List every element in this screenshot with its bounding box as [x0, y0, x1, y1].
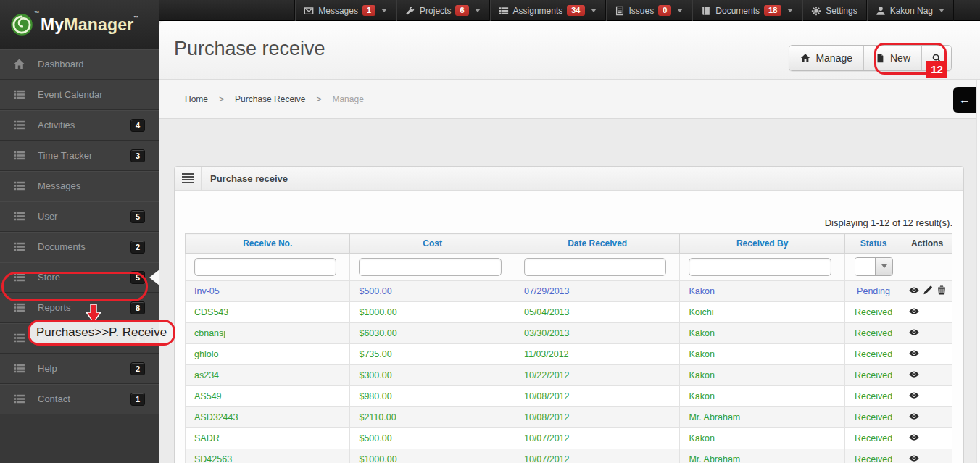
- list-icon: [13, 271, 25, 283]
- column-header-receive-no[interactable]: Receive No.: [186, 234, 350, 254]
- filter-receive-no-input[interactable]: [194, 258, 336, 276]
- filter-cell: [680, 254, 844, 281]
- manage-button[interactable]: Manage: [789, 46, 863, 70]
- sidebar-item-dashboard[interactable]: Dashboard: [0, 49, 159, 80]
- new-button[interactable]: New: [863, 46, 921, 70]
- view-button[interactable]: [908, 432, 921, 443]
- breadcrumb-current: Manage: [332, 94, 363, 104]
- panel-menu-button[interactable]: [175, 167, 202, 190]
- list-icon: [13, 119, 25, 131]
- collapse-panel-button[interactable]: ←: [953, 87, 976, 113]
- person-icon: [876, 6, 886, 16]
- purchase-receive-table: Receive No.CostDate ReceivedReceived ByS…: [185, 233, 952, 463]
- received-by-cell: Mr. Abraham: [680, 449, 844, 463]
- sidebar-item-user[interactable]: User5: [0, 201, 159, 232]
- view-button[interactable]: [908, 306, 921, 317]
- received-by-cell: Kakon: [680, 386, 844, 407]
- breadcrumb-home[interactable]: Home: [185, 94, 208, 104]
- actions-cell: [902, 281, 952, 302]
- grid-panel: Purchase receive Displaying 1-12 of 12 r…: [174, 166, 964, 463]
- edit-button[interactable]: [922, 285, 934, 296]
- cost-cell: $500.00: [350, 428, 515, 449]
- main-area: Purchase receive Displaying 1-12 of 12 r…: [159, 119, 980, 463]
- cost-cell: $735.00: [350, 344, 515, 365]
- nav-item-label: Issues: [629, 6, 655, 16]
- list-icon: [13, 88, 25, 101]
- sidebar-item-label: Messages: [38, 180, 145, 191]
- view-button[interactable]: [908, 411, 921, 422]
- home-icon: [13, 58, 25, 70]
- view-button[interactable]: [908, 327, 921, 338]
- list-icon: [13, 241, 25, 253]
- breadcrumb-purchase-receive[interactable]: Purchase Receive: [235, 94, 305, 104]
- filter-date-received-input[interactable]: [524, 258, 666, 276]
- app-logo[interactable]: ™ MyManager™: [0, 0, 159, 49]
- nav-item-settings[interactable]: Settings: [802, 0, 865, 21]
- column-header-date-received[interactable]: Date Received: [515, 234, 679, 254]
- sidebar-item-activities[interactable]: Activities4: [0, 110, 159, 141]
- sidebar-item-label: User: [38, 211, 130, 222]
- status-filter-select[interactable]: [855, 257, 893, 276]
- received-by-cell: Kakon: [680, 281, 844, 302]
- view-button[interactable]: [908, 453, 921, 463]
- view-button[interactable]: [908, 348, 921, 359]
- nav-item-label: Assignments: [513, 6, 563, 16]
- sidebar-item-documents[interactable]: Documents2: [0, 232, 159, 262]
- date-received-cell: 05/04/2013: [515, 302, 679, 323]
- column-header-received-by[interactable]: Received By: [680, 234, 844, 254]
- sidebar-item-help[interactable]: Help2: [0, 354, 159, 384]
- nav-item-label: Settings: [826, 6, 857, 16]
- new-button-label: New: [890, 52, 910, 64]
- column-header-cost[interactable]: Cost: [350, 234, 515, 254]
- filter-received-by-input[interactable]: [689, 258, 831, 276]
- date-received-cell: 10/08/2012: [515, 407, 679, 428]
- gear-icon: [811, 6, 821, 16]
- tm-mark: ™: [133, 15, 138, 20]
- sidebar-item-time-tracker[interactable]: Time Tracker3: [0, 141, 159, 171]
- filter-cost-input[interactable]: [359, 258, 501, 276]
- nav-item-issues[interactable]: Issues0: [605, 0, 692, 21]
- cost-cell: $2110.00: [350, 407, 515, 428]
- date-received-cell: 03/30/2013: [515, 323, 679, 344]
- nav-item-projects[interactable]: Projects6: [396, 0, 489, 21]
- column-header-actions: Actions: [902, 234, 952, 254]
- sidebar-item-label: Reports: [38, 302, 130, 313]
- nav-item-documents[interactable]: Documents18: [692, 0, 802, 21]
- date-received-cell: 10/22/2012: [515, 365, 679, 386]
- actions-cell: [902, 407, 952, 428]
- view-button[interactable]: [908, 285, 921, 296]
- sidebar-item-accessories[interactable]: Accessories4: [0, 323, 159, 354]
- column-header-status[interactable]: Status: [844, 234, 902, 254]
- mail-icon: [304, 6, 314, 16]
- sidebar-badge: 2: [130, 241, 145, 254]
- sidebar-item-store[interactable]: Store5: [0, 262, 159, 293]
- chevron-down-icon: [591, 9, 597, 12]
- actions-cell: [902, 365, 952, 386]
- view-button[interactable]: [908, 390, 921, 401]
- dropdown-button[interactable]: [875, 258, 892, 275]
- sidebar-item-contact[interactable]: Contact1: [0, 384, 159, 414]
- back-arrow-icon: ←: [959, 93, 971, 107]
- actions-cell: [902, 323, 952, 344]
- view-button[interactable]: [908, 369, 921, 380]
- actions-cell: [902, 344, 952, 365]
- sidebar-item-event-calendar[interactable]: Event Calendar: [0, 80, 159, 110]
- page-header: Purchase receive Manage New: [159, 21, 980, 80]
- status-badge: Received: [844, 344, 902, 365]
- search-button[interactable]: [921, 46, 951, 70]
- nav-item-messages[interactable]: Messages1: [294, 0, 396, 21]
- cost-cell: $500.00: [350, 281, 515, 302]
- scrollbar-track[interactable]: [976, 80, 980, 463]
- nav-item-assignments[interactable]: Assignments34: [489, 0, 605, 21]
- nav-item-kakon-nag[interactable]: Kakon Nag: [866, 0, 954, 21]
- date-received-cell: 11/03/2012: [515, 344, 679, 365]
- cost-cell: $1000.00: [350, 449, 515, 463]
- filter-cell: [844, 254, 902, 281]
- receive-no-cell: CDS543: [186, 302, 350, 323]
- delete-button[interactable]: [936, 285, 948, 296]
- sidebar-item-label: Help: [38, 363, 130, 374]
- table-row: ASD32443$2110.0010/08/2012Mr. AbrahamRec…: [186, 407, 952, 428]
- sidebar-item-messages[interactable]: Messages: [0, 171, 159, 201]
- sidebar-item-reports[interactable]: Reports8: [0, 293, 159, 323]
- brand-name: MyManager™: [41, 15, 139, 35]
